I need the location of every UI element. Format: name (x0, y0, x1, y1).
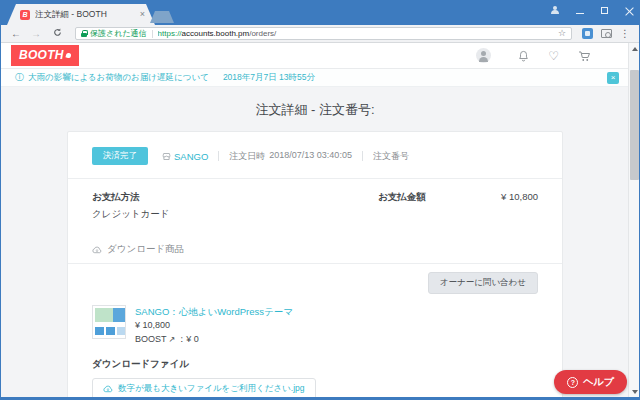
extension-icon[interactable] (582, 28, 593, 39)
header-icons: ♡ (476, 48, 615, 63)
booth-favicon-icon: B (20, 10, 30, 20)
minimize-button[interactable] (576, 13, 584, 14)
user-avatar[interactable] (476, 48, 491, 63)
page-viewport: BOOTH ♡ ⓘ 大雨の影響によるお荷物のお届け遅延について 2018年7月7… (1, 43, 629, 397)
profile-icon[interactable] (550, 6, 559, 15)
order-card: 決済完了 SANGO 注文日時 2018/07/13 03:40:05 注文番号… (67, 131, 563, 397)
new-tab-button[interactable] (150, 11, 174, 23)
wishlist-heart-icon[interactable]: ♡ (548, 50, 559, 62)
download-file-button[interactable]: 数字が最も大きいファイルをご利用ください.jpg (92, 378, 316, 397)
page-scrollbar[interactable] (628, 43, 639, 397)
order-status-row: 決済完了 SANGO 注文日時 2018/07/13 03:40:05 注文番号 (68, 132, 562, 178)
thumbnail-art (95, 327, 104, 335)
chrome-menu-icon[interactable]: ⋮ (616, 29, 634, 39)
contact-owner-row: オーナーに問い合わせ (68, 264, 562, 294)
notice-banner: ⓘ 大雨の影響によるお荷物のお届け遅延について 2018年7月7日 13時55分… (1, 69, 629, 87)
download-file-row: 数字が最も大きいファイルをご利用ください.jpg (92, 373, 538, 397)
boost-value: ：¥ 0 (177, 333, 199, 347)
boost-icon: ↗ (169, 334, 176, 346)
separator (218, 151, 219, 161)
order-number-label: 注文番号 (373, 150, 409, 163)
payment-amount-value: ¥ 10,800 (501, 191, 538, 221)
url-text: https://accounts.booth.pm/orders/ (158, 29, 554, 38)
download-section-title: ダウンロード商品 (107, 243, 184, 256)
order-date: 注文日時 2018/07/13 03:40:05 (229, 150, 352, 163)
booth-logo-text: BOOTH (19, 48, 64, 62)
booth-site-header: BOOTH ♡ (1, 43, 629, 69)
order-number: 注文番号 (373, 150, 409, 163)
back-button[interactable]: ← (6, 29, 26, 39)
cloud-download-icon (92, 246, 102, 254)
download-files-list: 数字が最も大きいファイルをご利用ください.jpg sango-theme.1.3… (68, 373, 562, 397)
url-host: accounts.booth.pm (182, 29, 250, 38)
notifications-bell-icon[interactable] (518, 50, 529, 62)
banner-close-icon[interactable]: × (607, 72, 619, 84)
product-info: SANGO：心地よいWordPressテーマ ¥ 10,800 BOOST ↗ … (135, 305, 293, 346)
help-label: ヘルプ (583, 375, 614, 389)
booth-logo[interactable]: BOOTH (11, 45, 79, 66)
scrollbar-thumb[interactable] (630, 70, 639, 180)
thumbnail-art (117, 327, 126, 335)
contact-owner-button[interactable]: オーナーに問い合わせ (428, 272, 538, 294)
product-thumbnail[interactable] (92, 305, 126, 339)
payment-method-value: クレジットカード (92, 208, 170, 221)
screenshot-extension-icon[interactable] (601, 29, 612, 38)
download-files-title: ダウンロードファイル (68, 346, 562, 373)
reload-button[interactable] (48, 28, 67, 39)
cart-icon[interactable] (578, 50, 591, 62)
url-path: /orders/ (249, 29, 276, 38)
browser-tab[interactable]: B 注文詳細 - BOOTH × (7, 4, 155, 25)
thumbnail-art (113, 308, 125, 322)
omnibox-divider (152, 30, 153, 38)
maximize-button[interactable] (601, 7, 608, 14)
thumbnail-art (106, 327, 115, 335)
product-title-link[interactable]: SANGO：心地よいWordPressテーマ (135, 305, 293, 319)
help-button[interactable]: ? ヘルプ (554, 370, 627, 394)
secure-lock-icon (81, 30, 87, 37)
status-badge: 決済完了 (92, 147, 148, 165)
payment-amount: お支払金額 ¥ 10,800 (378, 191, 538, 221)
url-protocol: https:// (158, 29, 182, 38)
info-icon: ⓘ (15, 71, 24, 84)
thumbnail-art (95, 308, 113, 322)
window-border-left (0, 0, 1, 400)
shop-name: SANGO (174, 151, 208, 162)
notice-link[interactable]: 大雨の影響によるお荷物のお届け遅延について (28, 72, 209, 84)
product-price: ¥ 10,800 (135, 319, 293, 333)
tab-close-icon[interactable]: × (140, 10, 145, 19)
page-title: 注文詳細 - 注文番号: (1, 101, 629, 119)
payment-amount-label: お支払金額 (378, 191, 426, 221)
shop-link[interactable]: SANGO (162, 151, 208, 162)
order-date-label: 注文日時 (229, 150, 265, 163)
help-question-icon: ? (567, 377, 578, 388)
store-icon (162, 152, 171, 161)
boost-line: BOOST ↗ ：¥ 0 (135, 333, 293, 347)
tab-title: 注文詳細 - BOOTH (35, 9, 136, 21)
order-date-value: 2018/07/13 03:40:05 (269, 150, 352, 163)
browser-titlebar: B 注文詳細 - BOOTH × (0, 0, 640, 25)
close-window-button[interactable] (625, 6, 634, 15)
product-row: SANGO：心地よいWordPressテーマ ¥ 10,800 BOOST ↗ … (68, 294, 562, 346)
payment-method: お支払方法 クレジットカード (92, 191, 170, 221)
boost-label: BOOST (135, 333, 167, 347)
payment-section: お支払方法 クレジットカード お支払金額 ¥ 10,800 (68, 179, 562, 231)
forward-button[interactable]: → (26, 29, 46, 39)
download-section-header: ダウンロード商品 (68, 231, 562, 264)
bookmark-star-icon[interactable]: ☆ (558, 29, 566, 38)
download-file-label: 数字が最も大きいファイルをご利用ください.jpg (118, 383, 305, 395)
window-controls (550, 0, 634, 20)
booth-logo-paw-icon (65, 52, 71, 58)
address-bar[interactable]: 保護された通信 https://accounts.booth.pm/orders… (75, 27, 572, 40)
payment-method-label: お支払方法 (92, 191, 170, 204)
secure-label: 保護された通信 (90, 28, 147, 39)
cloud-download-icon (103, 385, 113, 393)
browser-toolbar: ← → 保護された通信 https://accounts.booth.pm/or… (1, 25, 639, 43)
notice-date: 2018年7月7日 13時55分 (223, 72, 315, 84)
separator (362, 151, 363, 161)
